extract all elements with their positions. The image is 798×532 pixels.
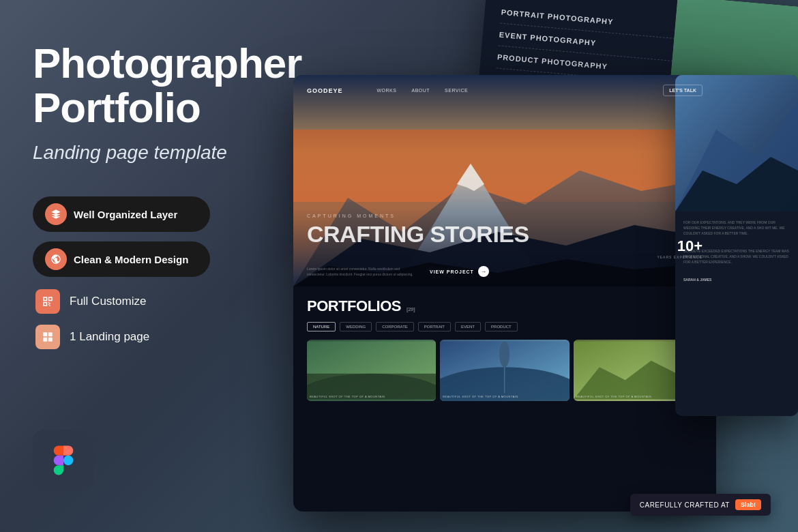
- mountain-illustration: [293, 130, 716, 286]
- tab-nature: NATURE: [307, 322, 336, 331]
- left-panel: Photographer Portfolio Landing page temp…: [0, 0, 321, 532]
- mock-portfolio-count: [29]: [407, 306, 415, 312]
- feature-layers: Well Organized Layer: [33, 196, 288, 232]
- mock-main-card: GOODEYE WORKS ABOUT SERVICE LET'S TALK C…: [293, 75, 716, 512]
- mock-logo: GOODEYE: [307, 87, 343, 94]
- mock-cta-label: VIEW PROJECT: [430, 269, 474, 274]
- tab-event: EVENT: [455, 322, 481, 331]
- mock-stats-number: 10+: [657, 237, 703, 255]
- subtitle: Landing page template: [33, 142, 288, 164]
- mock-navigation: GOODEYE WORKS ABOUT SERVICE LET'S TALK: [293, 75, 716, 106]
- feature-customize: Full Customize: [33, 289, 288, 314]
- feature-landing-label: 1 Landing page: [70, 330, 149, 344]
- mock-portfolio-title: PORTFOLIOS [29]: [307, 297, 703, 315]
- tab-portrait: PORTRAIT: [418, 322, 451, 331]
- svg-point-20: [499, 341, 509, 367]
- mock-photos-grid: BEAUTIFUL SHOT OF THE TOP OF A MOUNTAIN: [307, 340, 703, 401]
- feature-design-label: Clean & Modern Design: [74, 254, 188, 265]
- mock-hero-description: Lorem ipsum dolor sit amet consectetur. …: [307, 266, 416, 277]
- mock-nav-links: WORKS ABOUT SERVICE: [377, 88, 469, 93]
- mock-hero-title-block: CAPTURING MOMENTS CRAFTING STORIES: [307, 213, 703, 246]
- figma-logo-container: [33, 430, 94, 491]
- mock-portfolio-section: PORTFOLIOS [29] NATURE WEDDING CORPORATE…: [293, 286, 716, 412]
- mock-nav-service: SERVICE: [445, 88, 468, 93]
- mock-photo-2: BEAUTIFUL SHOT OF THE TOP OF A MOUNTAIN: [440, 340, 569, 401]
- feature-customize-label: Full Customize: [70, 295, 146, 308]
- mock-stats-label: YEARS EXPERIENCE: [657, 255, 703, 259]
- grid-icon: [35, 325, 60, 349]
- feature-design: Clean & Modern Design: [33, 241, 288, 277]
- crafted-text: CAREFULLY CRAFTED AT: [640, 501, 730, 509]
- mock-cta-arrow: →: [478, 266, 489, 277]
- main-title: Photographer Portfolio: [33, 41, 288, 130]
- slab-brand: Slab!: [735, 499, 761, 510]
- mock-portfolio-tabs: NATURE WEDDING CORPORATE PORTRAIT EVENT …: [307, 322, 703, 331]
- layers-icon: [45, 203, 67, 225]
- feature-landing: 1 Landing page: [33, 325, 288, 349]
- feature-layers-label: Well Organized Layer: [74, 209, 177, 220]
- mock-nav-works: WORKS: [377, 88, 397, 93]
- mock-hero-section: GOODEYE WORKS ABOUT SERVICE LET'S TALK C…: [293, 75, 716, 286]
- figma-icon: [46, 443, 80, 477]
- svg-rect-4: [48, 338, 53, 342]
- tab-corporate: CORPORATE: [376, 322, 414, 331]
- customize-icon: [35, 289, 60, 314]
- mock-nav-cta: LET'S TALK: [663, 85, 703, 96]
- mock-hero-cta: VIEW PROJECT →: [430, 266, 489, 277]
- mock-photo-label-2: BEAUTIFUL SHOT OF THE TOP OF A MOUNTAIN: [443, 395, 566, 398]
- mock-stats: 10+ YEARS EXPERIENCE: [657, 237, 703, 259]
- right-panel: PORTRAIT PHOTOGRAPHY ↗ EVENT PHOTOGRAPHY…: [293, 0, 798, 532]
- tab-product: PRODUCT: [485, 322, 518, 331]
- mock-nav-about: ABOUT: [411, 88, 430, 93]
- svg-rect-3: [43, 338, 47, 342]
- mock-photo-1: BEAUTIFUL SHOT OF THE TOP OF A MOUNTAIN: [307, 340, 436, 401]
- mock-photo-label-1: BEAUTIFUL SHOT OF THE TOP OF A MOUNTAIN: [310, 395, 433, 398]
- mock-hero-eyebrow: CAPTURING MOMENTS: [307, 213, 703, 218]
- mock-hero-heading: CRAFTING STORIES: [307, 222, 703, 246]
- feature-badge-layers: Well Organized Layer: [33, 196, 210, 232]
- design-icon: [45, 248, 67, 270]
- crafted-badge: CAREFULLY CRAFTED AT Slab!: [630, 494, 771, 516]
- svg-rect-1: [43, 332, 47, 336]
- tab-wedding: WEDDING: [340, 322, 372, 331]
- svg-rect-2: [48, 332, 53, 336]
- feature-badge-design: Clean & Modern Design: [33, 241, 210, 277]
- features-list: Well Organized Layer Clean & Modern Desi…: [33, 196, 288, 349]
